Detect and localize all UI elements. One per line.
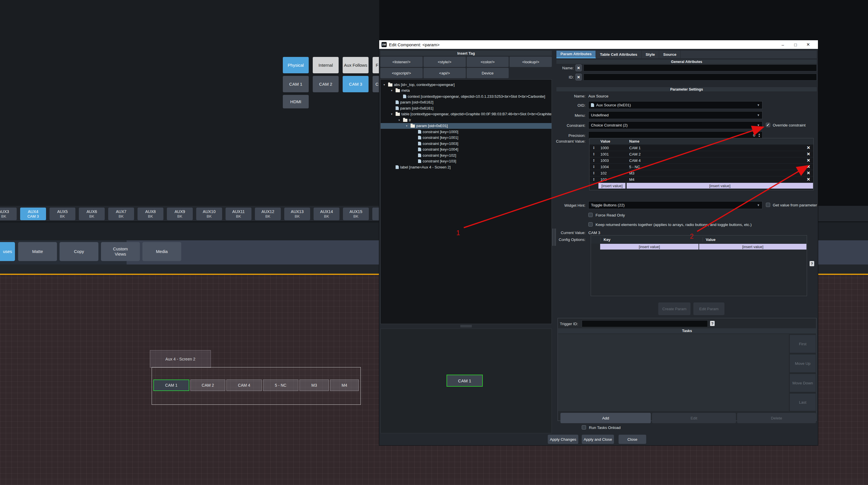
aux-bus-button[interactable]: AUX7 BK xyxy=(108,207,134,220)
expand-arrow-icon[interactable]: ▾ xyxy=(391,89,394,92)
source-type-button[interactable]: Physical xyxy=(283,57,309,73)
tasks-list[interactable] xyxy=(558,334,789,411)
delete-row-icon[interactable]: ✕ xyxy=(804,170,813,176)
attribute-tab[interactable]: Table Cell Attributes xyxy=(596,51,642,58)
canvas-source-button[interactable]: CAM 1 xyxy=(153,380,189,391)
copy-button[interactable]: Copy xyxy=(60,242,98,261)
apply-changes-button[interactable]: Apply Changes xyxy=(548,435,578,444)
edit-param-button[interactable]: Edit Param xyxy=(693,302,724,315)
task-delete-button[interactable]: Delete xyxy=(737,413,816,423)
tree-item[interactable]: ▾ tr xyxy=(381,117,552,123)
constraint-dropdown[interactable]: Choice Constraint (2) ▼ xyxy=(588,121,763,129)
force-read-only-checkbox[interactable] xyxy=(588,213,593,217)
clear-name-icon[interactable]: ✕ xyxy=(576,64,582,71)
insert-tag-button[interactable]: <api/> xyxy=(424,68,466,78)
screen-label-box[interactable]: Aux 4 - Screen 2 xyxy=(150,350,211,368)
constraint-name-cell[interactable]: CAM 2 xyxy=(629,152,804,156)
name-input[interactable] xyxy=(584,64,817,71)
aux-bus-button[interactable]: AUX4 CAM 3 xyxy=(20,207,46,220)
constraint-name-cell[interactable]: M4 xyxy=(629,177,804,182)
tree-item[interactable]: constraint [key=1000] xyxy=(381,129,552,135)
create-param-button[interactable]: Create Param xyxy=(658,302,690,315)
drag-handle-icon[interactable]: ▲▼ xyxy=(589,165,598,168)
camera-button[interactable]: CAM 3 xyxy=(343,76,369,92)
constraint-row[interactable]: ▲▼ 103 M4 ✕ xyxy=(589,176,813,182)
canvas-source-button[interactable]: CAM 4 xyxy=(226,380,262,391)
tree-item[interactable]: ▾ table [contexttype=opengear, objectid=… xyxy=(381,111,552,117)
task-last-button[interactable]: Last xyxy=(789,393,816,411)
aux-bus-button[interactable]: AUX3 BK xyxy=(0,207,17,220)
widget-hint-dropdown[interactable]: Toggle Buttons (22) ▼ xyxy=(588,201,763,209)
expand-arrow-icon[interactable]: ▾ xyxy=(391,112,394,116)
insert-tag-button[interactable]: <style/> xyxy=(424,57,466,67)
constraint-row[interactable]: ▲▼ 102 M3 ✕ xyxy=(589,170,813,176)
spinner-icon[interactable]: ▲▼ xyxy=(758,133,761,138)
insert-name-cell[interactable]: [insert value] xyxy=(627,183,813,189)
task-add-button[interactable]: Add xyxy=(560,413,651,423)
drag-handle-icon[interactable]: ▲▼ xyxy=(589,171,598,175)
aux-bus-button[interactable]: AUX8 BK xyxy=(137,207,163,220)
menu-dropdown[interactable]: Undefined ▼ xyxy=(588,111,763,119)
constraint-value-cell[interactable]: 102 xyxy=(598,171,629,175)
tree-item[interactable]: context [contexttype=opengear, objectid=… xyxy=(381,93,552,99)
drag-handle-icon[interactable]: ▲▼ xyxy=(589,159,598,162)
source-type-button[interactable]: Internal xyxy=(313,57,339,73)
constraint-row[interactable]: ▲▼ 1004 5 - NC ✕ xyxy=(589,164,813,170)
override-constraint-checkbox[interactable]: ✓ xyxy=(766,123,770,127)
run-tasks-onload-checkbox[interactable] xyxy=(582,425,586,429)
tree-item[interactable]: ▾ param [oid=0xE01] xyxy=(381,123,552,129)
insert-tag-button[interactable]: <ogscript/> xyxy=(380,68,423,78)
clear-id-icon[interactable]: ✕ xyxy=(576,74,582,80)
tree-item[interactable]: constraint [key=1003] xyxy=(381,140,552,147)
camera-button[interactable]: CAM 1 xyxy=(283,76,309,92)
media-button[interactable]: Media xyxy=(143,242,181,261)
custom-views-button[interactable]: Custom Views xyxy=(101,242,140,261)
matte-button[interactable]: Matte xyxy=(18,242,57,261)
constraint-name-cell[interactable]: 5 - NC xyxy=(629,165,804,169)
tree-item[interactable]: param [oid=0x6162] xyxy=(381,99,552,105)
trigger-help-button[interactable]: ? xyxy=(710,321,715,326)
aux-bus-button[interactable]: AUX10 BK xyxy=(196,207,222,220)
get-value-checkbox[interactable] xyxy=(766,203,770,207)
constraint-name-cell[interactable]: CAM 4 xyxy=(629,158,804,163)
constraint-value-cell[interactable]: 1001 xyxy=(598,152,629,156)
tree-item[interactable]: label [name=Aux 4 - Screen 2] xyxy=(381,164,552,170)
canvas-source-button[interactable]: 5 - NC xyxy=(263,380,298,391)
trigger-id-input[interactable] xyxy=(582,320,708,327)
config-help-button[interactable]: ? xyxy=(810,261,814,266)
aux-bus-button[interactable]: AUX5 BK xyxy=(50,207,75,220)
minimize-icon[interactable]: – xyxy=(780,42,785,47)
close-button[interactable]: Close xyxy=(619,435,646,444)
aux-bus-button[interactable]: AUX11 BK xyxy=(225,207,251,220)
constraint-value-cell[interactable]: 1000 xyxy=(598,146,629,150)
drag-handle-icon[interactable]: ▲▼ xyxy=(589,178,598,181)
aux-bus-button[interactable]: AUX15 BK xyxy=(343,207,369,220)
preview-selected-button[interactable]: CAM 1 xyxy=(446,375,483,387)
aux-bus-button[interactable]: AUX12 BK xyxy=(255,207,281,220)
tree-item[interactable]: constraint [key=1004] xyxy=(381,147,552,153)
delete-row-icon[interactable]: ✕ xyxy=(804,177,813,182)
canvas-source-button[interactable]: CAM 2 xyxy=(190,380,225,391)
apply-and-close-button[interactable]: Apply and Close xyxy=(582,435,614,444)
insert-value-cell[interactable]: [insert value] xyxy=(699,244,806,250)
insert-tag-button[interactable]: <color/> xyxy=(467,57,509,67)
expand-arrow-icon[interactable]: ▾ xyxy=(383,83,387,86)
constraint-name-cell[interactable]: M3 xyxy=(629,171,804,175)
constraint-name-cell[interactable]: CAM 1 xyxy=(629,146,804,150)
buses-button-partial[interactable]: uses xyxy=(0,242,15,261)
insert-tag-button[interactable]: Device xyxy=(467,68,509,78)
tree-item[interactable]: ▾ meta xyxy=(381,88,552,94)
constraint-value-cell[interactable]: 1004 xyxy=(598,165,629,169)
tree-item[interactable]: constraint [key=103] xyxy=(381,158,552,164)
oid-dropdown[interactable]: Aux Source (0xE01) ▼ xyxy=(588,101,763,109)
aux-bus-button[interactable]: AUX14 BK xyxy=(314,207,340,220)
insert-value-cell[interactable]: [insert value] xyxy=(598,183,625,189)
insert-tag-button[interactable]: <listener/> xyxy=(380,57,423,67)
attribute-tab[interactable]: Param Attributes xyxy=(556,51,596,58)
task-first-button[interactable]: First xyxy=(789,335,816,353)
task-move-down-button[interactable]: Move Down xyxy=(789,374,816,392)
delete-row-icon[interactable]: ✕ xyxy=(804,145,813,150)
expand-arrow-icon[interactable]: ▾ xyxy=(406,124,409,127)
drag-handle-icon[interactable]: ▲▼ xyxy=(589,152,598,156)
insert-tag-button[interactable]: <lookup/> xyxy=(509,57,552,67)
